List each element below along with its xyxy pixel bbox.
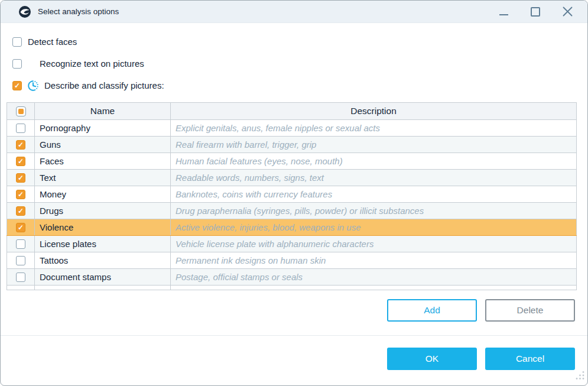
table-row[interactable]: License plates Vehicle license plate wit… <box>7 236 577 252</box>
close-icon <box>562 6 573 17</box>
partial-empty-row <box>7 286 577 290</box>
row-checkbox-cell <box>7 170 35 186</box>
row-checkbox[interactable] <box>16 190 25 199</box>
row-description: Postage, official stamps or seals <box>171 269 577 286</box>
table-row[interactable]: Guns Real firearm with barrel, trigger, … <box>7 137 577 153</box>
classes-table-container: Name Description Pornography Explicit ge… <box>7 102 581 290</box>
dialog-window: Select analysis options Detect faces Rec… <box>0 0 588 386</box>
delete-button[interactable]: Delete <box>485 299 575 322</box>
row-name: Document stamps <box>35 269 171 286</box>
minimize-icon <box>499 14 508 15</box>
close-button[interactable] <box>560 5 574 19</box>
name-column-header: Name <box>35 103 171 120</box>
maximize-button[interactable] <box>528 5 542 19</box>
row-checkbox-cell <box>7 236 35 252</box>
row-checkbox-cell <box>7 219 35 236</box>
clock-icon <box>27 80 39 92</box>
table-row[interactable]: Text Readable words, numbers, signs, tex… <box>7 170 577 186</box>
option-describe-classify[interactable]: Describe and classify pictures: <box>12 80 587 90</box>
row-description: Human facial features (eyes, nose, mouth… <box>171 153 577 170</box>
options-section: Detect faces Recognize text on pictures … <box>1 23 587 90</box>
row-checkbox[interactable] <box>16 157 25 166</box>
cancel-button[interactable]: Cancel <box>485 348 575 370</box>
row-checkbox[interactable] <box>16 239 25 249</box>
row-description: Banknotes, coins with currency features <box>171 186 577 203</box>
option-label: Describe and classify pictures: <box>44 80 164 90</box>
table-row[interactable]: Document stamps Postage, official stamps… <box>7 269 577 286</box>
row-checkbox[interactable] <box>16 140 25 150</box>
select-all-checkbox[interactable] <box>16 106 26 116</box>
row-name: Guns <box>35 137 171 153</box>
row-name: Text <box>35 170 171 186</box>
row-description: Readable words, numbers, signs, text <box>171 170 577 186</box>
table-row[interactable]: Pornography Explicit genitals, anus, fem… <box>7 120 577 137</box>
edit-buttons-row: Add Delete <box>1 299 587 322</box>
table-row[interactable]: Violence Active violence, injuries, bloo… <box>7 219 577 236</box>
option-checkbox[interactable] <box>12 59 22 69</box>
select-all-header-cell <box>7 103 35 120</box>
option-detect-faces[interactable]: Detect faces <box>12 37 587 47</box>
ok-button[interactable]: OK <box>387 348 477 370</box>
table-row[interactable]: Tattoos Permanent ink designs on human s… <box>7 252 577 269</box>
option-checkbox[interactable] <box>12 37 22 47</box>
row-description: Vehicle license plate with alphanumeric … <box>171 236 577 252</box>
row-description: Permanent ink designs on human skin <box>171 252 577 269</box>
row-checkbox[interactable] <box>16 223 25 232</box>
row-checkbox-cell <box>7 203 35 219</box>
row-checkbox-cell <box>7 137 35 153</box>
table-row[interactable]: Money Banknotes, coins with currency fea… <box>7 186 577 203</box>
row-checkbox[interactable] <box>16 256 25 265</box>
classes-table: Name Description Pornography Explicit ge… <box>7 102 577 290</box>
row-name: Pornography <box>35 120 171 137</box>
option-checkbox[interactable] <box>12 81 22 90</box>
confirm-buttons-row: OK Cancel <box>1 348 587 370</box>
row-checkbox-cell <box>7 153 35 170</box>
row-description: Real firearm with barrel, trigger, grip <box>171 137 577 153</box>
description-column-header: Description <box>171 103 577 120</box>
row-description: Drug paraphernalia (syringes, pills, pow… <box>171 203 577 219</box>
row-name: Faces <box>35 153 171 170</box>
row-description: Active violence, injuries, blood, weapon… <box>171 219 577 236</box>
row-checkbox-cell <box>7 186 35 203</box>
row-name: Money <box>35 186 171 203</box>
row-name: Drugs <box>35 203 171 219</box>
row-checkbox-cell <box>7 269 35 286</box>
row-description: Explicit genitals, anus, female nipples … <box>171 120 577 137</box>
row-checkbox-cell <box>7 252 35 269</box>
add-button[interactable]: Add <box>387 299 477 322</box>
row-name: Tattoos <box>35 252 171 269</box>
table-row[interactable]: Faces Human facial features (eyes, nose,… <box>7 153 577 170</box>
window-title: Select analysis options <box>38 7 119 16</box>
row-checkbox[interactable] <box>16 273 25 282</box>
window-controls <box>496 5 574 19</box>
resize-grip[interactable] <box>576 371 584 382</box>
option-label: Recognize text on pictures <box>40 59 144 69</box>
classes-table-body: Pornography Explicit genitals, anus, fem… <box>7 120 577 290</box>
app-logo-icon <box>18 5 31 18</box>
header-row: Name Description <box>7 103 577 120</box>
maximize-icon <box>531 7 540 17</box>
option-label: Detect faces <box>28 37 77 47</box>
titlebar: Select analysis options <box>1 1 587 23</box>
row-name: License plates <box>35 236 171 252</box>
option-recognize-text[interactable]: Recognize text on pictures <box>12 59 587 69</box>
table-row[interactable]: Drugs Drug paraphernalia (syringes, pill… <box>7 203 577 219</box>
row-name: Violence <box>35 219 171 236</box>
table-header: Name Description <box>7 103 577 120</box>
row-checkbox[interactable] <box>16 124 25 133</box>
footer-separator <box>1 335 587 336</box>
row-checkbox[interactable] <box>16 206 25 216</box>
minimize-button[interactable] <box>496 5 511 19</box>
row-checkbox-cell <box>7 120 35 137</box>
row-checkbox[interactable] <box>16 173 25 183</box>
